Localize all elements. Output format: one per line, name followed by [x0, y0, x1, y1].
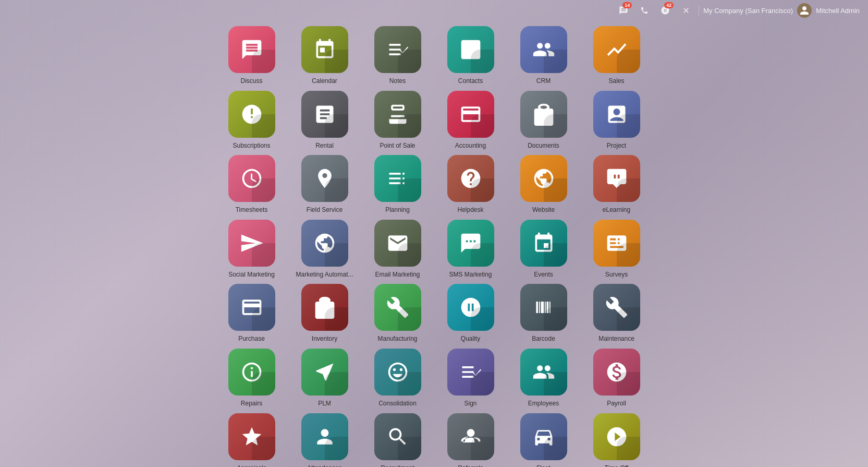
app-item-calendar[interactable]: Calendar	[294, 26, 356, 86]
app-icon-maintenance	[593, 284, 640, 331]
app-item-sign[interactable]: Sign	[439, 349, 502, 408]
app-icon-employees	[520, 349, 567, 396]
app-label-surveys: Surveys	[605, 271, 628, 279]
app-item-subscriptions[interactable]: Subscriptions	[221, 91, 283, 150]
app-label-repairs: Repairs	[241, 400, 262, 408]
app-icon-email-marketing	[374, 220, 421, 267]
app-label-events: Events	[534, 271, 553, 279]
app-item-notes[interactable]: Notes	[366, 26, 429, 86]
app-label-helpdesk: Helpdesk	[457, 206, 483, 214]
app-item-timesheets[interactable]: Timesheets	[221, 155, 283, 214]
app-label-purchase: Purchase	[238, 335, 265, 343]
app-label-social-marketing: Social Marketing	[228, 271, 275, 279]
app-icon-social-marketing	[228, 220, 275, 267]
app-item-email-marketing[interactable]: Email Marketing	[366, 220, 429, 279]
app-item-referrals[interactable]: Referrals	[439, 413, 502, 467]
app-label-barcode: Barcode	[532, 335, 555, 343]
app-icon-sales	[593, 26, 640, 73]
app-item-maintenance[interactable]: Maintenance	[585, 284, 648, 343]
app-item-employees[interactable]: Employees	[512, 349, 575, 408]
app-item-sales[interactable]: Sales	[585, 26, 648, 86]
app-icon-planning	[374, 155, 421, 202]
app-item-surveys[interactable]: Surveys	[585, 220, 648, 279]
app-item-events[interactable]: Events	[512, 220, 575, 279]
app-label-crm: CRM	[536, 77, 551, 86]
app-item-planning[interactable]: Planning	[366, 155, 429, 214]
app-item-documents[interactable]: Documents	[512, 91, 575, 150]
app-label-sms-marketing: SMS Marketing	[449, 271, 492, 279]
app-label-marketing-automation: Marketing Automat...	[296, 271, 353, 279]
app-icon-marketing-automation	[301, 220, 348, 267]
user-name: Mitchell Admin	[816, 7, 860, 15]
app-label-project: Project	[607, 142, 626, 150]
app-icon-contacts	[447, 26, 494, 73]
app-icon-plm	[301, 349, 348, 396]
app-item-payroll[interactable]: Payroll	[585, 349, 648, 408]
app-icon-quality	[447, 284, 494, 331]
app-item-sms-marketing[interactable]: SMS Marketing	[439, 220, 502, 279]
app-label-sign: Sign	[464, 400, 476, 408]
app-item-helpdesk[interactable]: Helpdesk	[439, 155, 502, 214]
activity-icon[interactable]: 42	[657, 2, 674, 19]
app-label-employees: Employees	[528, 400, 559, 408]
app-item-plm[interactable]: PLM	[294, 349, 356, 408]
app-label-contacts: Contacts	[458, 77, 483, 86]
app-item-contacts[interactable]: Contacts	[439, 26, 502, 86]
app-label-subscriptions: Subscriptions	[233, 142, 270, 150]
app-label-planning: Planning	[385, 206, 410, 214]
app-icon-inventory	[301, 284, 348, 331]
avatar[interactable]	[797, 3, 812, 18]
app-item-time-off[interactable]: Time Off	[585, 413, 648, 467]
app-item-accounting[interactable]: Accounting	[439, 91, 502, 150]
app-icon-attendances	[301, 413, 348, 460]
app-item-manufacturing[interactable]: Manufacturing	[366, 284, 429, 343]
app-label-consolidation: Consolidation	[378, 400, 417, 408]
app-item-consolidation[interactable]: Consolidation	[366, 349, 429, 408]
app-item-project[interactable]: Project	[585, 91, 648, 150]
app-icon-sign	[447, 349, 494, 396]
app-item-field-service[interactable]: Field Service	[294, 155, 356, 214]
app-icon-pos	[374, 91, 421, 138]
app-item-purchase[interactable]: Purchase	[221, 284, 283, 343]
activity-badge: 42	[664, 2, 674, 8]
app-label-pos: Point of Sale	[380, 142, 415, 150]
app-item-barcode[interactable]: Barcode	[512, 284, 575, 343]
app-item-discuss[interactable]: Discuss	[221, 26, 283, 86]
app-icon-repairs	[228, 349, 275, 396]
app-label-recruitment: Recruitment	[381, 464, 414, 467]
app-item-social-marketing[interactable]: Social Marketing	[221, 220, 283, 279]
app-icon-manufacturing	[374, 284, 421, 331]
app-icon-elearning	[593, 155, 640, 202]
app-item-elearning[interactable]: eLearning	[585, 155, 648, 214]
app-icon-documents	[520, 91, 567, 138]
app-label-website: Website	[532, 206, 555, 214]
close-icon[interactable]	[678, 2, 694, 19]
app-icon-referrals	[447, 413, 494, 460]
app-item-quality[interactable]: Quality	[439, 284, 502, 343]
app-icon-rental	[301, 91, 348, 138]
app-label-time-off: Time Off	[605, 464, 628, 467]
app-item-rental[interactable]: Rental	[294, 91, 356, 150]
app-icon-barcode	[520, 284, 567, 331]
app-item-pos[interactable]: Point of Sale	[366, 91, 429, 150]
app-icon-website	[520, 155, 567, 202]
app-icon-field-service	[301, 155, 348, 202]
phone-icon[interactable]	[636, 2, 653, 19]
discuss-icon[interactable]: 14	[615, 2, 632, 19]
app-icon-purchase	[228, 284, 275, 331]
app-item-inventory[interactable]: Inventory	[294, 284, 356, 343]
app-icon-discuss	[228, 26, 275, 73]
app-item-appraisals[interactable]: Appraisals	[221, 413, 283, 467]
discuss-badge: 14	[622, 2, 632, 8]
app-icon-consolidation	[374, 349, 421, 396]
app-item-fleet[interactable]: Fleet	[512, 413, 575, 467]
app-item-attendances[interactable]: Attendances	[294, 413, 356, 467]
app-item-crm[interactable]: CRM	[512, 26, 575, 86]
app-label-accounting: Accounting	[455, 142, 486, 150]
app-item-website[interactable]: Website	[512, 155, 575, 214]
app-item-repairs[interactable]: Repairs	[221, 349, 283, 408]
app-item-marketing-automation[interactable]: Marketing Automat...	[294, 220, 356, 279]
app-icon-project	[593, 91, 640, 138]
divider	[699, 5, 699, 16]
app-item-recruitment[interactable]: Recruitment	[366, 413, 429, 467]
